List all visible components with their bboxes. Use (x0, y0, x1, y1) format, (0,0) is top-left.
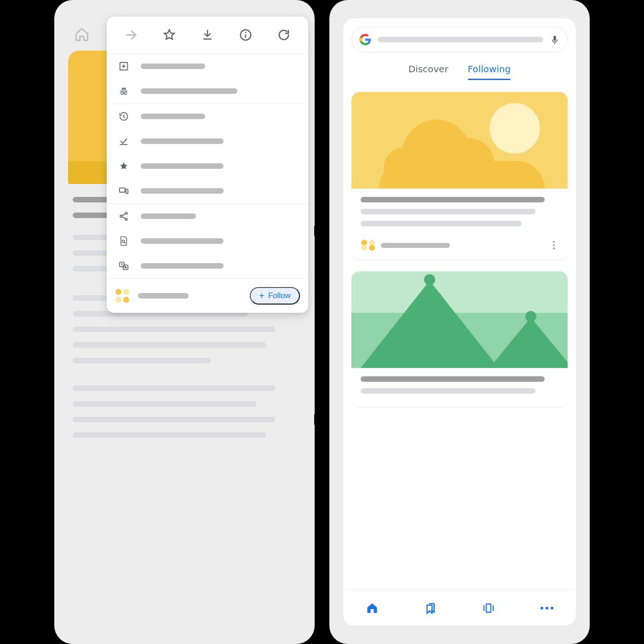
placeholder-line (361, 197, 545, 202)
menu-item-downloads[interactable] (107, 129, 308, 154)
placeholder-line (73, 358, 211, 363)
menu-item-bookmarks[interactable] (107, 154, 308, 178)
feed-tabs: Discover Following (343, 63, 576, 80)
menu-item-find-in-page[interactable] (107, 229, 308, 253)
svg-rect-15 (486, 604, 491, 612)
svg-point-5 (121, 92, 124, 95)
placeholder-line (73, 327, 275, 332)
menu-item-incognito[interactable] (107, 79, 308, 104)
svg-point-12 (122, 240, 125, 243)
placeholder-line (73, 342, 266, 348)
chrome-start-page: Discover Following (343, 18, 576, 626)
download-icon[interactable] (200, 27, 215, 43)
menu-item-label (141, 88, 237, 94)
info-icon[interactable] (238, 27, 253, 43)
tab-switcher-icon[interactable] (482, 601, 495, 615)
menu-item-label (141, 138, 224, 144)
menu-item-label (141, 163, 224, 169)
decoration (314, 414, 330, 425)
svg-rect-7 (120, 188, 125, 192)
svg-rect-8 (126, 189, 128, 193)
home-icon[interactable] (365, 601, 379, 615)
menu-item-recent-tabs[interactable] (107, 178, 308, 203)
site-name-label (138, 293, 189, 299)
incognito-icon (117, 84, 131, 98)
menu-icon-row (107, 17, 308, 53)
new-tab-icon (117, 59, 131, 73)
svg-point-11 (125, 218, 127, 220)
star-outline-icon[interactable] (161, 27, 177, 43)
translate-icon (117, 259, 131, 273)
home-button[interactable] (68, 21, 96, 48)
menu-item-translate[interactable] (107, 253, 308, 278)
forward-icon[interactable] (123, 27, 139, 43)
more-icon[interactable] (540, 601, 554, 615)
placeholder-line (73, 385, 275, 391)
site-brand-icon (361, 239, 375, 251)
search-bar[interactable] (351, 27, 568, 52)
placeholder-line (361, 388, 535, 394)
source-label (381, 243, 450, 248)
svg-point-9 (125, 212, 127, 214)
feed-card[interactable] (351, 271, 568, 407)
downloads-done-icon (117, 134, 131, 148)
menu-item-new-tab[interactable] (107, 54, 308, 79)
card-image (351, 271, 568, 368)
bookmarks-icon[interactable] (424, 601, 437, 615)
left-phone-frame: + Follow (54, 0, 315, 644)
svg-point-6 (124, 92, 127, 95)
follow-chip-label: Follow (268, 291, 291, 300)
card-image (351, 92, 568, 189)
menu-item-label (141, 238, 224, 244)
right-phone-frame: Discover Following (329, 0, 590, 644)
menu-item-label (141, 188, 224, 194)
menu-item-label (141, 114, 205, 119)
menu-item-history[interactable] (107, 104, 308, 129)
decoration (314, 225, 330, 236)
recent-tabs-icon (117, 184, 131, 198)
history-icon (117, 109, 131, 123)
menu-item-label (141, 63, 205, 69)
follow-button[interactable]: + Follow (250, 287, 300, 305)
placeholder-line (73, 401, 257, 407)
menu-item-label (141, 213, 196, 219)
bookmarks-star-icon (117, 159, 131, 173)
tab-discover[interactable]: Discover (408, 63, 448, 80)
svg-rect-0 (203, 39, 212, 40)
chrome-menu: + Follow (107, 17, 308, 313)
placeholder-line (361, 209, 535, 214)
placeholder-line (73, 417, 275, 422)
refresh-icon[interactable] (276, 27, 292, 43)
placeholder-line (73, 432, 266, 438)
bottom-nav (343, 591, 576, 626)
svg-point-10 (120, 215, 122, 218)
placeholder-line (361, 376, 545, 382)
feed[interactable] (351, 92, 568, 593)
feed-card[interactable] (351, 92, 568, 259)
menu-item-share[interactable] (107, 204, 308, 229)
google-logo-icon (359, 34, 371, 46)
search-query-placeholder (378, 37, 543, 42)
menu-item-label (141, 263, 224, 269)
mic-icon[interactable] (550, 34, 560, 45)
svg-point-3 (245, 32, 246, 33)
share-icon (117, 209, 131, 223)
site-brand-icon (115, 288, 130, 303)
tab-following[interactable]: Following (468, 63, 511, 80)
card-overflow-icon[interactable] (549, 241, 558, 249)
find-in-page-icon (117, 234, 131, 248)
menu-follow-row: + Follow (107, 279, 308, 313)
placeholder-line (361, 221, 522, 226)
